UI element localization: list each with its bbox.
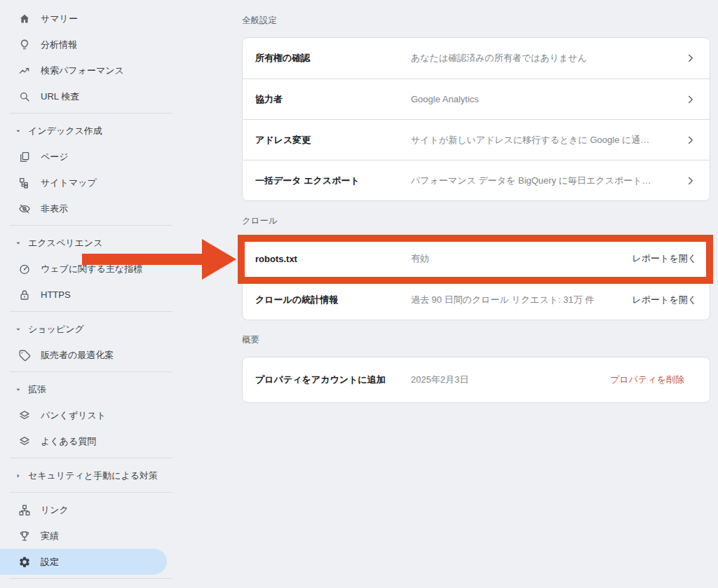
sidebar-divider [10,458,172,458]
sidebar-section-enhancements[interactable]: 拡張 [0,376,167,402]
row-label: 協力者 [255,93,411,106]
sidebar: サマリー 分析情報 検索パフォーマンス URL 検査 インデックス作成 ページ … [0,0,196,588]
row-value: 過去 90 日間のクロール リクエスト: 31万 件 [411,294,623,306]
sidebar-item-label: 検索パフォーマンス [41,64,124,77]
sidebar-item-links[interactable]: リンク [0,497,167,523]
row-value: Google Analytics [411,94,676,104]
row-crawl-stats[interactable]: クロールの統計情報 過去 90 日間のクロール リクエスト: 31万 件 レポー… [243,279,710,320]
caret-down-icon [14,325,22,334]
caret-right-icon [14,472,22,480]
sidebar-item-breadcrumbs[interactable]: パンくずリスト [0,402,167,428]
row-ownership-verification[interactable]: 所有権の確認 あなたは確認済みの所有者ではありません [243,38,710,78]
trending-up-icon [18,64,31,77]
sidebar-item-https[interactable]: HTTPS [0,282,167,308]
sidebar-divider [10,371,172,372]
row-value: 有効 [411,252,623,265]
settings-content: 全般設定 所有権の確認 あなたは確認済みの所有者ではありません 協力者 Goog… [242,0,710,403]
annotation-arrow-bar [82,254,203,265]
sitemap-icon [18,177,31,189]
sidebar-item-summary[interactable]: サマリー [0,6,167,32]
about-card: プロパティをアカウントに追加 2025年2月3日 プロパティを削除 [242,357,710,403]
row-label: 所有権の確認 [255,52,411,64]
sidebar-item-label: HTTPS [41,289,71,300]
row-property-added: プロパティをアカウントに追加 2025年2月3日 プロパティを削除 [243,357,710,402]
sidebar-item-label: サイトマップ [41,177,97,189]
sidebar-item-achievements[interactable]: 実績 [0,523,167,549]
sidebar-divider [10,578,172,579]
sidebar-item-label: パンくずリスト [41,409,106,422]
row-label: クロールの統計情報 [255,294,411,306]
sidebar-divider [10,225,172,226]
chevron-right-icon [684,52,697,64]
annotation-arrow-head [202,239,236,280]
layers-icon [18,435,31,448]
row-label: アドレス変更 [255,134,411,146]
general-settings-card: 所有権の確認 あなたは確認済みの所有者ではありません 協力者 Google An… [242,37,710,201]
sidebar-item-pages[interactable]: ページ [0,144,167,170]
sidebar-item-label: 設定 [41,556,59,568]
sidebar-divider [10,492,172,493]
pages-icon [18,151,31,163]
sidebar-item-url-inspection[interactable]: URL 検査 [0,83,167,109]
chevron-right-icon [684,93,697,106]
sidebar-divider [10,311,172,312]
lightbulb-icon [18,39,31,51]
sidebar-item-search-performance[interactable]: 検索パフォーマンス [0,57,167,83]
open-report-link[interactable]: レポートを開く [632,294,697,306]
robots-txt-row-wrap: robots.txt 有効 レポートを開く [243,238,710,279]
trophy-icon [18,530,31,542]
sidebar-item-label: URL 検査 [41,90,79,103]
section-title-crawl: クロール [242,215,710,227]
row-label: プロパティをアカウントに追加 [255,374,411,386]
sidebar-section-security[interactable]: セキュリティと手動による対策 [0,463,167,488]
open-report-link[interactable]: レポートを開く [632,252,697,265]
section-title-general: 全般設定 [242,15,710,27]
sidebar-item-label: リンク [41,504,69,517]
sidebar-item-label: 非表示 [41,203,68,215]
sidebar-section-experience[interactable]: エクスペリエンス [0,230,167,256]
sidebar-section-label: 拡張 [28,383,46,396]
row-collaborators[interactable]: 協力者 Google Analytics [243,78,710,119]
lan-icon [18,504,31,517]
sidebar-section-shopping[interactable]: ショッピング [0,316,167,342]
caret-down-icon [14,239,22,247]
row-value: パフォーマンス データを BigQuery に毎日エクスポート… [411,175,676,187]
row-change-of-address[interactable]: アドレス変更 サイトが新しいアドレスに移行するときに Google に通… [243,119,710,160]
sidebar-item-label: 分析情報 [41,39,77,51]
sidebar-section-indexing[interactable]: インデックス作成 [0,118,167,144]
sidebar-item-sitemaps[interactable]: サイトマップ [0,170,167,196]
layers-icon [18,409,31,422]
sidebar-section-label: ショッピング [28,323,84,336]
row-robots-txt[interactable]: robots.txt 有効 レポートを開く [243,238,710,279]
sidebar-item-label: サマリー [41,13,78,25]
home-icon [18,13,31,25]
caret-down-icon [14,127,22,135]
sidebar-item-label: 販売者の最適化案 [41,349,114,362]
sidebar-item-merchant-opportunities[interactable]: 販売者の最適化案 [0,342,167,368]
row-label: robots.txt [255,254,411,264]
row-value: 2025年2月3日 [411,374,602,386]
row-label: 一括データ エクスポート [255,175,411,187]
row-value: サイトが新しいアドレスに移行するときに Google に通… [411,134,676,146]
sidebar-item-label: 実績 [41,530,59,542]
sidebar-item-faq[interactable]: よくある質問 [0,428,167,454]
chevron-right-icon [684,175,697,187]
speedometer-icon [18,263,31,275]
sidebar-item-label: ページ [41,151,69,163]
sidebar-item-insights[interactable]: 分析情報 [0,32,167,57]
chevron-right-icon [684,134,697,146]
row-bulk-data-export[interactable]: 一括データ エクスポート パフォーマンス データを BigQuery に毎日エク… [243,160,710,200]
search-icon [18,90,31,103]
sidebar-section-label: エクスペリエンス [28,237,102,249]
remove-property-link[interactable]: プロパティを削除 [610,374,684,386]
section-title-about: 概要 [242,334,710,346]
crawl-card: robots.txt 有効 レポートを開く クロールの統計情報 過去 90 日間… [242,238,710,320]
caret-down-icon [14,385,22,394]
sidebar-item-removals[interactable]: 非表示 [0,196,167,221]
eye-off-icon [18,203,31,215]
sidebar-section-label: セキュリティと手動による対策 [28,470,158,482]
sidebar-item-settings[interactable]: 設定 [0,549,167,575]
sidebar-section-label: インデックス作成 [28,125,102,137]
row-value: あなたは確認済みの所有者ではありません [411,52,676,64]
sidebar-divider [10,113,172,114]
